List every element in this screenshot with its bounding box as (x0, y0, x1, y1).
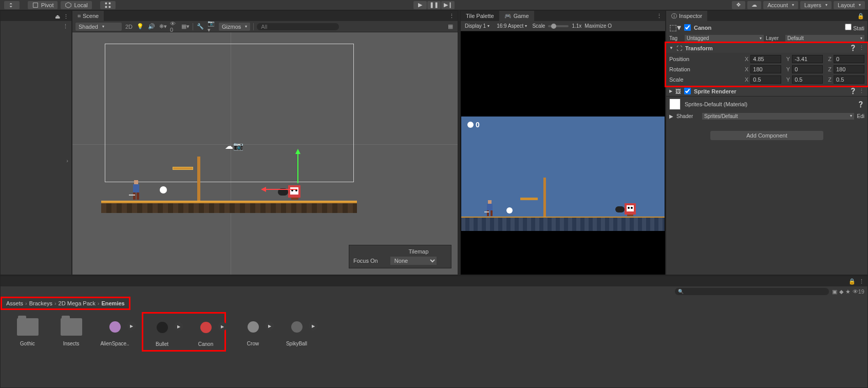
breadcrumb[interactable]: Assets› Brackeys› 2D Mega Pack› Enemies (1, 297, 130, 310)
menu-icon[interactable]: ⋮ (656, 13, 665, 20)
toggle-icon[interactable]: ▦ (446, 23, 455, 31)
rot-z-field[interactable] (834, 65, 864, 73)
maximize-button[interactable]: Maximize O (584, 23, 612, 29)
tab-inspector[interactable]: ⓘInspector (666, 11, 707, 21)
asset-spikyball[interactable]: ▶SpikyBall (280, 316, 313, 346)
play-icon[interactable]: ▶ (218, 322, 227, 331)
aspect-dropdown[interactable]: 16:9 Aspect (495, 23, 529, 29)
help-icon[interactable]: ❔ (857, 101, 864, 108)
audio-icon[interactable]: 🔊 (147, 23, 156, 31)
rot-y-field[interactable] (792, 65, 823, 73)
cloud-icon[interactable]: ☁ (747, 1, 761, 9)
play-icon[interactable]: ▶ (265, 321, 274, 331)
scene-search[interactable] (257, 23, 339, 30)
game-viewport[interactable]: 0 (461, 31, 665, 275)
play-icon[interactable]: ▶ (309, 321, 318, 331)
step-button[interactable]: ▶❙ (441, 1, 455, 9)
game-panel: Tile Palette 🎮Game ⋮ Display 1 16:9 Aspe… (460, 10, 666, 275)
pos-z-field[interactable] (834, 55, 864, 63)
local-toggle[interactable]: Local (61, 1, 91, 9)
tab-tile-palette[interactable]: Tile Palette (461, 11, 499, 21)
scene-toolbar: Shaded 2D 💡 🔊 ❋▾ 👁0 ▦▾ 🔧 📷▾ Gizmos ▦ (72, 21, 458, 32)
fav-icon[interactable]: ◆ (839, 288, 843, 295)
info-icon: ⓘ (671, 12, 677, 20)
lock-icon[interactable]: ⏏ (55, 13, 60, 18)
breadcrumb-current[interactable]: Enemies (101, 300, 124, 306)
draw-mode-dropdown[interactable]: Shaded (76, 23, 122, 31)
project-search[interactable] (675, 288, 829, 295)
tab-game[interactable]: 🎮Game (499, 11, 534, 21)
gizmos-dropdown[interactable]: Gizmos (219, 23, 250, 31)
help-icon[interactable]: ❔ (850, 45, 857, 51)
asset-label: AlienSpace.. (100, 341, 129, 346)
asset-canon[interactable]: ▶Canon (189, 317, 222, 347)
transform-icon: ⛶ (676, 45, 682, 51)
layer-dropdown[interactable]: Default (785, 35, 864, 42)
tab-scene[interactable]: ⌗Scene (72, 11, 104, 21)
rot-x-field[interactable] (750, 65, 781, 73)
menu-icon[interactable]: ⋮ (63, 13, 68, 18)
breadcrumb-item[interactable]: 2D Mega Pack (59, 300, 96, 306)
hidden-icon[interactable]: 👁0 (170, 23, 178, 31)
snap-toggle[interactable] (100, 1, 116, 9)
static-checkbox[interactable]: Stati (845, 24, 864, 31)
pos-y-field[interactable] (792, 55, 823, 63)
asset-alienspace..[interactable]: ▶AlienSpace.. (98, 316, 131, 346)
fx-icon[interactable]: ❋▾ (159, 23, 167, 31)
edit-button[interactable]: Edi (857, 113, 864, 119)
active-checkbox[interactable] (684, 24, 691, 31)
play-icon[interactable]: ▶ (174, 322, 183, 331)
lock-icon[interactable]: 🔒 (857, 13, 867, 20)
grid-icon[interactable]: ▦▾ (181, 23, 190, 31)
object-name[interactable]: Canon (694, 25, 711, 31)
asset-insects[interactable]: Insects (54, 316, 88, 346)
menu-icon[interactable]: ⋮ (859, 88, 864, 94)
pos-x-field[interactable] (750, 55, 781, 63)
tag-dropdown[interactable]: Untagged (685, 35, 764, 42)
scl-y-field[interactable] (792, 75, 823, 84)
scl-x-field[interactable] (750, 75, 781, 84)
chevron-right-icon[interactable]: › (66, 158, 68, 164)
chevron-right-icon[interactable]: ▶ (669, 89, 672, 93)
menu-icon[interactable]: ⋮ (449, 13, 458, 20)
breadcrumb-item[interactable]: Assets (6, 300, 23, 306)
pause-button[interactable]: ❚❚ (427, 1, 441, 9)
focus-on-dropdown[interactable]: None (390, 257, 437, 265)
mode-2d-toggle[interactable]: 2D (125, 23, 133, 31)
play-icon[interactable]: ▶ (127, 321, 136, 331)
tilemap-overlay[interactable]: Tilemap Focus On None (349, 245, 451, 268)
material-swatch[interactable] (669, 99, 681, 110)
menu-icon[interactable]: ⋮ (859, 278, 864, 285)
lock-icon[interactable]: 🔒 (848, 278, 856, 285)
star-icon[interactable]: ★ (845, 288, 851, 295)
add-component-button[interactable]: Add Component (710, 131, 823, 140)
layout-dropdown[interactable]: Layout (834, 1, 865, 9)
shader-dropdown[interactable]: Sprites/Default (702, 113, 854, 120)
enable-checkbox[interactable] (684, 88, 691, 94)
tool-icon[interactable]: 🔧 (196, 23, 204, 31)
layers-dropdown[interactable]: Layers (800, 1, 832, 9)
display-dropdown[interactable]: Display 1 (463, 23, 492, 29)
camera-icon[interactable]: 📷▾ (207, 23, 216, 31)
pivot-toggle[interactable]: Pivot (28, 1, 58, 9)
asset-crow[interactable]: ▶Crow (236, 316, 270, 346)
scale-slider[interactable] (548, 25, 569, 27)
scl-z-field[interactable] (834, 75, 864, 84)
collab-icon[interactable]: ❖ (732, 1, 745, 9)
tool-hand[interactable] (4, 1, 20, 9)
chevron-down-icon[interactable]: ▼ (669, 46, 673, 50)
menu-icon[interactable]: ⋮ (63, 23, 68, 30)
help-icon[interactable]: ❔ (850, 88, 857, 94)
menu-icon[interactable]: ⋮ (859, 45, 864, 51)
hidden-toggle[interactable]: 👁19 (853, 288, 864, 295)
lighting-icon[interactable]: 💡 (136, 23, 144, 31)
asset-bullet[interactable]: ▶Bullet (145, 317, 179, 347)
svg-rect-20 (484, 211, 489, 212)
filter-icon[interactable]: ▣ (832, 288, 837, 295)
asset-gothic[interactable]: Gothic (11, 316, 44, 346)
breadcrumb-item[interactable]: Brackeys (29, 300, 52, 306)
scene-viewport[interactable]: ☁📷 Tilemap Focus On None (72, 32, 458, 275)
account-dropdown[interactable]: Account (763, 1, 798, 9)
play-button[interactable]: ▶ (413, 1, 427, 9)
chevron-right-icon[interactable]: ▶ (669, 113, 673, 119)
